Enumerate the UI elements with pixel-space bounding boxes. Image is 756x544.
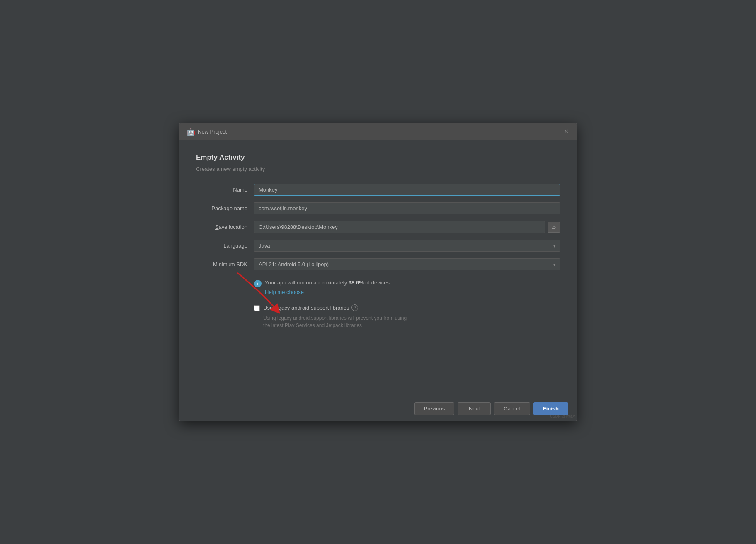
android-logo-icon: 🤖: [186, 127, 194, 136]
info-text: Your app will run on approximately 98.6%…: [265, 279, 391, 286]
dialog-content: Empty Activity Creates a new empty activ…: [179, 140, 577, 396]
language-label: Language: [196, 243, 254, 249]
coverage-percentage: 98.6%: [349, 279, 364, 286]
save-location-input[interactable]: [254, 221, 545, 233]
cancel-button[interactable]: Cancel: [494, 402, 530, 415]
legacy-libraries-row: Use legacy android.support libraries ?: [254, 304, 560, 311]
form-area: Name Package name Save location 🗁 Langua…: [196, 184, 560, 277]
new-project-dialog: 🤖 New Project × Empty Activity Creates a…: [179, 123, 577, 421]
save-location-label: Save location: [196, 224, 254, 230]
sdk-label: Minimum SDK: [196, 261, 254, 267]
sdk-select[interactable]: API 21: Android 5.0 (Lollipop) API 23: A…: [254, 258, 560, 270]
watermark: CSDN @付钱v: [550, 414, 575, 419]
info-row: i Your app will run on approximately 98.…: [254, 279, 560, 287]
section-title: Empty Activity: [196, 153, 560, 162]
legacy-libraries-label: Use legacy android.support libraries ?: [263, 304, 358, 311]
save-location-row: Save location 🗁: [196, 221, 560, 233]
package-label: Package name: [196, 205, 254, 211]
info-icon: i: [254, 280, 262, 287]
browse-folder-button[interactable]: 🗁: [548, 222, 560, 233]
finish-button[interactable]: Finish: [533, 402, 568, 415]
dialog-title: New Project: [198, 129, 227, 135]
device-coverage-info: i Your app will run on approximately 98.…: [254, 279, 560, 301]
folder-icon: 🗁: [551, 224, 556, 230]
sdk-select-wrapper: API 21: Android 5.0 (Lollipop) API 23: A…: [254, 258, 560, 270]
title-bar-left: 🤖 New Project: [186, 127, 227, 136]
legacy-libraries-description: Using legacy android.support libraries w…: [254, 314, 560, 329]
next-button[interactable]: Next: [458, 402, 491, 415]
name-input[interactable]: [254, 184, 560, 196]
language-row: Language Java Kotlin ▾: [196, 240, 560, 252]
name-row: Name: [196, 184, 560, 196]
title-bar: 🤖 New Project ×: [179, 123, 577, 140]
language-select-wrapper: Java Kotlin ▾: [254, 240, 560, 252]
package-row: Package name: [196, 202, 560, 214]
close-button[interactable]: ×: [563, 127, 570, 136]
cancel-label: C: [504, 406, 507, 412]
legacy-libraries-checkbox[interactable]: [254, 305, 260, 311]
package-input[interactable]: [254, 202, 560, 214]
dialog-footer: Previous Next Cancel Finish: [179, 396, 577, 421]
help-icon[interactable]: ?: [351, 304, 358, 311]
sdk-row: Minimum SDK API 21: Android 5.0 (Lollipo…: [196, 258, 560, 270]
name-label: Name: [196, 187, 254, 193]
section-subtitle: Creates a new empty activity: [196, 166, 560, 172]
previous-button[interactable]: Previous: [414, 402, 455, 415]
help-me-choose-link[interactable]: Help me choose: [265, 289, 560, 295]
language-select[interactable]: Java Kotlin: [254, 240, 560, 252]
